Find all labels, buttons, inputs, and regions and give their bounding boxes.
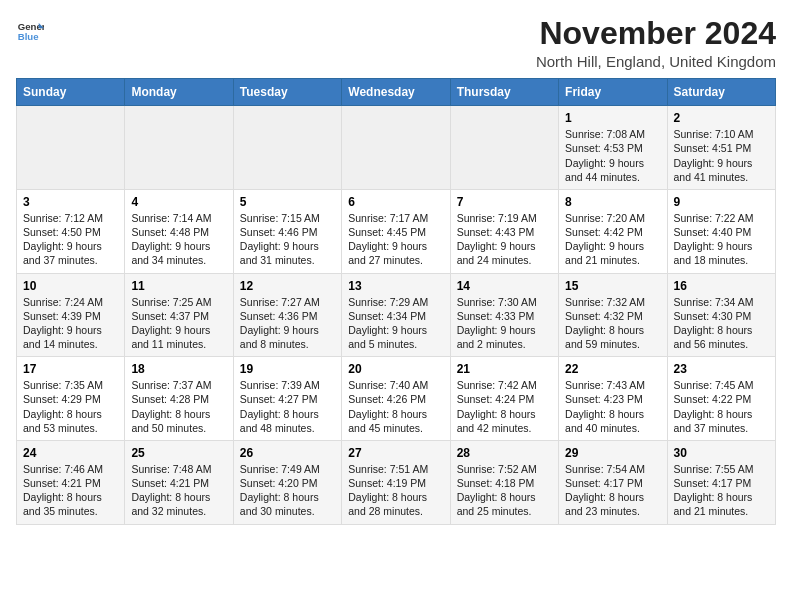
- day-number: 15: [565, 279, 660, 293]
- day-number: 18: [131, 362, 226, 376]
- cell-content: Sunrise: 7:52 AM Sunset: 4:18 PM Dayligh…: [457, 462, 552, 519]
- day-number: 23: [674, 362, 769, 376]
- weekday-header-row: SundayMondayTuesdayWednesdayThursdayFrid…: [17, 79, 776, 106]
- calendar-cell: 23Sunrise: 7:45 AM Sunset: 4:22 PM Dayli…: [667, 357, 775, 441]
- weekday-header-saturday: Saturday: [667, 79, 775, 106]
- cell-content: Sunrise: 7:29 AM Sunset: 4:34 PM Dayligh…: [348, 295, 443, 352]
- calendar-cell: 29Sunrise: 7:54 AM Sunset: 4:17 PM Dayli…: [559, 440, 667, 524]
- cell-content: Sunrise: 7:48 AM Sunset: 4:21 PM Dayligh…: [131, 462, 226, 519]
- cell-content: Sunrise: 7:35 AM Sunset: 4:29 PM Dayligh…: [23, 378, 118, 435]
- calendar-cell: 8Sunrise: 7:20 AM Sunset: 4:42 PM Daylig…: [559, 189, 667, 273]
- cell-content: Sunrise: 7:34 AM Sunset: 4:30 PM Dayligh…: [674, 295, 769, 352]
- cell-content: Sunrise: 7:20 AM Sunset: 4:42 PM Dayligh…: [565, 211, 660, 268]
- calendar-cell: 3Sunrise: 7:12 AM Sunset: 4:50 PM Daylig…: [17, 189, 125, 273]
- weekday-header-monday: Monday: [125, 79, 233, 106]
- cell-content: Sunrise: 7:46 AM Sunset: 4:21 PM Dayligh…: [23, 462, 118, 519]
- cell-content: Sunrise: 7:17 AM Sunset: 4:45 PM Dayligh…: [348, 211, 443, 268]
- week-row-3: 10Sunrise: 7:24 AM Sunset: 4:39 PM Dayli…: [17, 273, 776, 357]
- cell-content: Sunrise: 7:25 AM Sunset: 4:37 PM Dayligh…: [131, 295, 226, 352]
- cell-content: Sunrise: 7:42 AM Sunset: 4:24 PM Dayligh…: [457, 378, 552, 435]
- cell-content: Sunrise: 7:14 AM Sunset: 4:48 PM Dayligh…: [131, 211, 226, 268]
- cell-content: Sunrise: 7:51 AM Sunset: 4:19 PM Dayligh…: [348, 462, 443, 519]
- page-header: General Blue November 2024 North Hill, E…: [16, 16, 776, 70]
- cell-content: Sunrise: 7:55 AM Sunset: 4:17 PM Dayligh…: [674, 462, 769, 519]
- cell-content: Sunrise: 7:15 AM Sunset: 4:46 PM Dayligh…: [240, 211, 335, 268]
- day-number: 28: [457, 446, 552, 460]
- calendar-cell: [17, 106, 125, 190]
- day-number: 16: [674, 279, 769, 293]
- cell-content: Sunrise: 7:40 AM Sunset: 4:26 PM Dayligh…: [348, 378, 443, 435]
- calendar-cell: 17Sunrise: 7:35 AM Sunset: 4:29 PM Dayli…: [17, 357, 125, 441]
- cell-content: Sunrise: 7:24 AM Sunset: 4:39 PM Dayligh…: [23, 295, 118, 352]
- calendar-cell: 15Sunrise: 7:32 AM Sunset: 4:32 PM Dayli…: [559, 273, 667, 357]
- day-number: 1: [565, 111, 660, 125]
- cell-content: Sunrise: 7:22 AM Sunset: 4:40 PM Dayligh…: [674, 211, 769, 268]
- week-row-4: 17Sunrise: 7:35 AM Sunset: 4:29 PM Dayli…: [17, 357, 776, 441]
- calendar-cell: 4Sunrise: 7:14 AM Sunset: 4:48 PM Daylig…: [125, 189, 233, 273]
- calendar-cell: 16Sunrise: 7:34 AM Sunset: 4:30 PM Dayli…: [667, 273, 775, 357]
- calendar-cell: 22Sunrise: 7:43 AM Sunset: 4:23 PM Dayli…: [559, 357, 667, 441]
- calendar-cell: [233, 106, 341, 190]
- cell-content: Sunrise: 7:30 AM Sunset: 4:33 PM Dayligh…: [457, 295, 552, 352]
- day-number: 3: [23, 195, 118, 209]
- calendar-cell: 2Sunrise: 7:10 AM Sunset: 4:51 PM Daylig…: [667, 106, 775, 190]
- cell-content: Sunrise: 7:08 AM Sunset: 4:53 PM Dayligh…: [565, 127, 660, 184]
- calendar-cell: 20Sunrise: 7:40 AM Sunset: 4:26 PM Dayli…: [342, 357, 450, 441]
- cell-content: Sunrise: 7:27 AM Sunset: 4:36 PM Dayligh…: [240, 295, 335, 352]
- day-number: 4: [131, 195, 226, 209]
- weekday-header-thursday: Thursday: [450, 79, 558, 106]
- calendar-cell: 14Sunrise: 7:30 AM Sunset: 4:33 PM Dayli…: [450, 273, 558, 357]
- calendar-cell: 1Sunrise: 7:08 AM Sunset: 4:53 PM Daylig…: [559, 106, 667, 190]
- cell-content: Sunrise: 7:54 AM Sunset: 4:17 PM Dayligh…: [565, 462, 660, 519]
- cell-content: Sunrise: 7:12 AM Sunset: 4:50 PM Dayligh…: [23, 211, 118, 268]
- day-number: 6: [348, 195, 443, 209]
- calendar-table: SundayMondayTuesdayWednesdayThursdayFrid…: [16, 78, 776, 524]
- calendar-cell: 30Sunrise: 7:55 AM Sunset: 4:17 PM Dayli…: [667, 440, 775, 524]
- day-number: 21: [457, 362, 552, 376]
- cell-content: Sunrise: 7:32 AM Sunset: 4:32 PM Dayligh…: [565, 295, 660, 352]
- day-number: 12: [240, 279, 335, 293]
- calendar-cell: 27Sunrise: 7:51 AM Sunset: 4:19 PM Dayli…: [342, 440, 450, 524]
- day-number: 2: [674, 111, 769, 125]
- day-number: 17: [23, 362, 118, 376]
- week-row-2: 3Sunrise: 7:12 AM Sunset: 4:50 PM Daylig…: [17, 189, 776, 273]
- cell-content: Sunrise: 7:10 AM Sunset: 4:51 PM Dayligh…: [674, 127, 769, 184]
- day-number: 25: [131, 446, 226, 460]
- weekday-header-wednesday: Wednesday: [342, 79, 450, 106]
- calendar-cell: 18Sunrise: 7:37 AM Sunset: 4:28 PM Dayli…: [125, 357, 233, 441]
- day-number: 19: [240, 362, 335, 376]
- calendar-cell: [125, 106, 233, 190]
- cell-content: Sunrise: 7:39 AM Sunset: 4:27 PM Dayligh…: [240, 378, 335, 435]
- week-row-5: 24Sunrise: 7:46 AM Sunset: 4:21 PM Dayli…: [17, 440, 776, 524]
- calendar-cell: 7Sunrise: 7:19 AM Sunset: 4:43 PM Daylig…: [450, 189, 558, 273]
- day-number: 10: [23, 279, 118, 293]
- weekday-header-tuesday: Tuesday: [233, 79, 341, 106]
- calendar-cell: 19Sunrise: 7:39 AM Sunset: 4:27 PM Dayli…: [233, 357, 341, 441]
- svg-text:Blue: Blue: [18, 31, 39, 42]
- day-number: 20: [348, 362, 443, 376]
- calendar-cell: 26Sunrise: 7:49 AM Sunset: 4:20 PM Dayli…: [233, 440, 341, 524]
- calendar-cell: 9Sunrise: 7:22 AM Sunset: 4:40 PM Daylig…: [667, 189, 775, 273]
- calendar-cell: 12Sunrise: 7:27 AM Sunset: 4:36 PM Dayli…: [233, 273, 341, 357]
- logo-icon: General Blue: [16, 16, 44, 44]
- location-title: North Hill, England, United Kingdom: [536, 53, 776, 70]
- weekday-header-friday: Friday: [559, 79, 667, 106]
- day-number: 8: [565, 195, 660, 209]
- cell-content: Sunrise: 7:37 AM Sunset: 4:28 PM Dayligh…: [131, 378, 226, 435]
- cell-content: Sunrise: 7:45 AM Sunset: 4:22 PM Dayligh…: [674, 378, 769, 435]
- day-number: 22: [565, 362, 660, 376]
- day-number: 13: [348, 279, 443, 293]
- day-number: 24: [23, 446, 118, 460]
- day-number: 5: [240, 195, 335, 209]
- calendar-cell: 24Sunrise: 7:46 AM Sunset: 4:21 PM Dayli…: [17, 440, 125, 524]
- title-area: November 2024 North Hill, England, Unite…: [536, 16, 776, 70]
- calendar-cell: 6Sunrise: 7:17 AM Sunset: 4:45 PM Daylig…: [342, 189, 450, 273]
- calendar-cell: [342, 106, 450, 190]
- day-number: 9: [674, 195, 769, 209]
- day-number: 7: [457, 195, 552, 209]
- month-title: November 2024: [536, 16, 776, 51]
- calendar-cell: 28Sunrise: 7:52 AM Sunset: 4:18 PM Dayli…: [450, 440, 558, 524]
- calendar-cell: 21Sunrise: 7:42 AM Sunset: 4:24 PM Dayli…: [450, 357, 558, 441]
- day-number: 29: [565, 446, 660, 460]
- week-row-1: 1Sunrise: 7:08 AM Sunset: 4:53 PM Daylig…: [17, 106, 776, 190]
